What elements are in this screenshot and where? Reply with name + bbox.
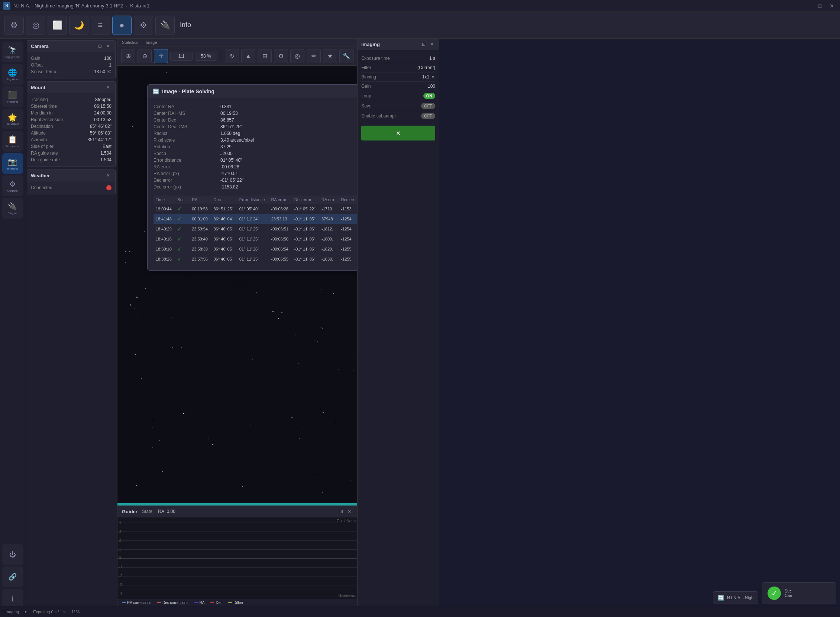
star-btn[interactable]: ★ [323,49,337,63]
guider-title-row: Guider State: RA: 0.00 [122,509,176,514]
sidebar-item-sequencer[interactable]: 📋 Sequencer [2,131,23,152]
weather-connected-row: Connected [31,185,112,191]
dialog-header: 🔄 Image - Plate Solving ✕ [148,85,357,98]
plate-solving-dialog[interactable]: 🔄 Image - Plate Solving ✕ Center RA 0.33… [147,84,357,270]
sidebar-item-plugins[interactable]: 🔌 Plugins [2,198,23,218]
error-distance-value: 01° 05' 40" [220,158,357,163]
sidebar-item-framing[interactable]: ⬛ Framing [2,86,23,107]
center-ra-hms-label: Center RA HMS [154,111,220,116]
sidebar-power-btn[interactable]: ⏻ [2,544,23,565]
right-panel-title: Imaging [361,41,380,47]
tool-btn[interactable]: 🔧 [340,49,353,63]
cell-ra: 23:57:56 [190,254,211,264]
table-row[interactable]: 18:40:16 ✓ 23:59:40 86° 46' 05" 01° 11' … [154,234,357,244]
camera-detach-btn[interactable]: ⊡ [97,43,103,49]
cell-dec-err-px: -1254. [339,224,357,234]
guider-close-btn[interactable]: ✕ [346,508,353,515]
zoom-in-icon: ⊕ [126,52,131,59]
cell-ra: 23:59:54 [190,224,211,234]
toolbar-imaging[interactable]: ● [112,16,131,35]
plate-solving-table-container[interactable]: Time Succ RA Dec Error distance RA error… [154,195,357,264]
toolbar-sequencer[interactable]: ≡ [91,16,110,35]
dec-error-px-label: Dec error (px) [154,185,220,190]
toast-text: Suc Can [785,589,792,598]
ra-color [194,602,198,603]
sidebar-skyatlas-label: Sky Atlas [6,78,19,81]
star-icon: ★ [328,52,333,59]
table-row[interactable]: 19:00:44 ✓ 00:19:53 86° 51' 25" 01° 05' … [154,204,357,214]
table-row[interactable]: 18:41:48 ✓ 00:01:09 86° 46' 04" 01° 11' … [154,214,357,224]
toolbar-equipment[interactable]: ⚙ [4,16,24,35]
check-icon: ✓ [177,246,182,252]
table-header-row: Time Succ RA Dec Error distance RA error… [154,195,357,204]
sidebar-item-skyatlas[interactable]: 🌐 Sky Atlas [2,64,23,85]
maximize-button[interactable]: □ [815,2,825,10]
levels-icon: ▲ [245,53,251,59]
cell-time: 19:00:44 [154,204,175,214]
toolbar-skyatlas[interactable]: ◎ [26,16,45,35]
sidebar-item-flatwizard[interactable]: 🌟 Flat Wizard [2,109,23,129]
center-dec-value: 86.857 [220,117,357,123]
toolbar-framing[interactable]: ⬜ [47,16,67,35]
weather-close-btn[interactable]: ✕ [105,172,112,179]
minimize-button[interactable]: ─ [803,2,813,10]
image-settings-btn[interactable]: ⚙ [274,49,288,63]
toolbar-flat[interactable]: 🌙 [69,16,89,35]
right-panel-detach-btn[interactable]: ⊡ [420,41,427,47]
sidebar-item-options[interactable]: ⚙ Options [2,176,23,196]
stop-imaging-btn[interactable]: ✕ [361,125,435,140]
table-row[interactable]: 18:38:28 ✓ 23:57:56 86° 46' 05" 01° 11' … [154,254,357,264]
crosshair-btn[interactable]: ✛ [154,49,168,63]
rp-subsampling-row: Enable subsamplir OFF [361,111,435,121]
legend-dec-corrections: Dec corrections [157,601,188,605]
center-ra-label: Center RA [154,104,220,109]
rotate-btn[interactable]: ↻ [225,49,239,63]
sidebar-item-equipment[interactable]: 🔭 Equipment [2,41,23,62]
mount-pier-row: Side of pier East [31,143,112,150]
dither-color [228,602,232,603]
rp-subsampling-toggle[interactable]: OFF [421,113,435,119]
guider-detach-btn[interactable]: ⊡ [338,508,344,515]
col-time: Time [154,195,175,204]
brush-btn[interactable]: ✏ [307,49,321,63]
power-icon: ⏻ [9,551,16,559]
zoom-1to1-label[interactable]: 1:1 [170,52,192,61]
toolbar-plugins[interactable]: 🔌 [155,16,175,35]
cell-ra-err-px: -1710. [319,204,339,214]
binning-dropdown-icon[interactable]: ▼ [431,74,435,80]
guider-title: Guider [122,509,137,514]
cell-ra-error: -00:06:50 [269,234,292,244]
cell-error-dist: 01° 11' 26" [237,244,269,254]
zoom-out-btn[interactable]: ⊖ [137,49,152,63]
options-side-icon: ⚙ [9,180,16,189]
sidebar-connect-btn[interactable]: 🔗 [2,567,23,587]
camera-close-btn[interactable]: ✕ [105,43,112,49]
guider-state-value: RA: 0.00 [158,509,176,514]
dither-label: Dither [233,601,244,605]
table-row[interactable]: 18:39:10 ✓ 23:58:39 86° 46' 05" 01° 11' … [154,244,357,254]
toolbar-options[interactable]: ⚙ [134,16,153,35]
stop-icon: ✕ [396,130,401,137]
chart-label-m3: -3 [119,583,122,587]
weather-status-icon [106,185,112,190]
cell-dec-err-px: -1255. [339,254,357,264]
rp-save-label: Save [361,103,371,109]
zoom-in-btn[interactable]: ⊕ [121,49,135,63]
close-button[interactable]: ✕ [827,2,837,10]
weather-panel-header: Weather ✕ [27,170,115,182]
rp-save-toggle[interactable]: OFF [421,103,435,109]
mount-close-btn[interactable]: ✕ [105,84,112,91]
target-btn[interactable]: ◎ [290,49,304,63]
chart-line-m2 [117,576,357,577]
mount-meridian-row: Meridian in 24:00:00 [31,110,112,116]
dec-error-label: Dec error [154,178,220,183]
levels-btn[interactable]: ▲ [241,49,255,63]
cell-time: 18:38:28 [154,254,175,264]
rotate-icon: ↻ [230,52,235,59]
sidebar-item-imaging[interactable]: 📷 Imaging [2,153,23,174]
table-row[interactable]: 18:40:29 ✓ 23:59:54 86° 46' 05" 01° 11' … [154,224,357,234]
right-panel-close-btn[interactable]: ✕ [428,41,435,47]
statistics-values: Image [146,40,157,44]
grid-btn[interactable]: ⊞ [258,49,272,63]
rp-loop-toggle[interactable]: ON [423,93,436,99]
